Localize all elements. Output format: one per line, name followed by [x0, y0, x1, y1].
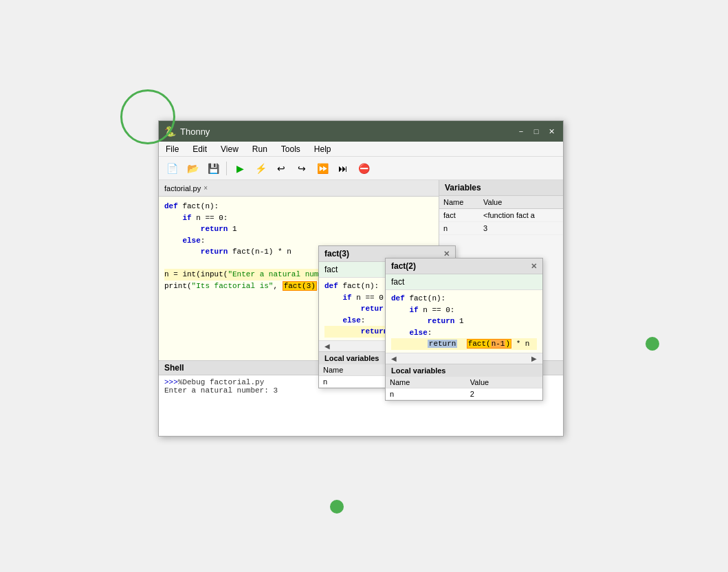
fact2-code-line-5: return fact(n-1) * n — [391, 338, 537, 350]
fact2-var-header-value: Value — [466, 377, 542, 388]
variables-table: Name Value fact <function fact a n 3 — [439, 196, 563, 235]
run-button[interactable]: ▶ — [231, 160, 249, 177]
title-bar: 🐍 Thonny − □ ✕ — [159, 121, 563, 142]
code-line-4: else: — [164, 235, 433, 247]
var-name-n: n — [439, 222, 479, 235]
fact2-code-line-3: return 1 — [391, 316, 537, 327]
file-tab[interactable]: factorial.py × — [159, 180, 439, 197]
menu-edit[interactable]: Edit — [188, 144, 211, 154]
fact2-var-row-n: n 2 — [386, 388, 542, 399]
fact2-local-vars: Local variables Name Value n 2 — [386, 364, 542, 400]
fact2-var-n-value: 2 — [466, 388, 542, 399]
variables-panel-title: Variables — [439, 180, 563, 196]
code-line-1: def fact(n): — [164, 201, 433, 212]
fact2-code-line-2: if n == 0: — [391, 305, 537, 316]
fact2-scroll-right[interactable]: ▶ — [531, 355, 537, 362]
step-into-button[interactable]: ↪ — [293, 160, 311, 177]
maximize-button[interactable]: □ — [530, 125, 542, 138]
stop-button[interactable]: ⛔ — [355, 160, 373, 177]
var-header-name: Name — [439, 196, 479, 209]
fact2-code-line-1: def fact(n): — [391, 293, 537, 305]
fact2-title-text: fact(2) — [391, 261, 416, 271]
shell-output-1: Enter a natural number: 3 — [164, 386, 278, 395]
fact2-code-line-4: else: — [391, 327, 537, 339]
window-title: Thonny — [180, 126, 515, 137]
window-controls: − □ ✕ — [515, 125, 558, 138]
close-button[interactable]: ✕ — [545, 125, 558, 138]
fact2-var-n-name: n — [386, 388, 466, 399]
step-over-button[interactable]: ↩ — [272, 160, 290, 177]
code-line-2: if n == 0: — [164, 212, 433, 224]
fact3-title-text: fact(3) — [324, 249, 349, 258]
green-circle-decoration — [120, 89, 175, 144]
fact2-code: def fact(n): if n == 0: return 1 else: r… — [386, 290, 542, 353]
fact2-local-title: Local variables — [386, 364, 542, 377]
fact2-scrollbar: ◀ ▶ — [386, 353, 542, 364]
toolbar-separator-1 — [226, 162, 227, 175]
step-out-button[interactable]: ⏩ — [313, 160, 331, 177]
shell-prompt-1: >>> — [164, 378, 178, 386]
green-dot-right-decoration — [646, 337, 659, 351]
fact2-var-header-name: Name — [386, 377, 466, 388]
fact3-var-n-name: n — [319, 375, 388, 387]
green-dot-bottom-decoration — [330, 500, 344, 514]
file-tab-close[interactable]: × — [203, 184, 208, 192]
fact2-popup-title: fact(2) ✕ — [386, 258, 542, 274]
menu-file[interactable]: File — [162, 144, 183, 154]
toolbar: 📄 📂 💾 ▶ ⚡ ↩ ↪ ⏩ ⏭ ⛔ — [159, 157, 563, 180]
open-file-button[interactable]: 📂 — [184, 160, 201, 177]
code-line-3: return 1 — [164, 223, 433, 235]
var-row-fact: fact <function fact a — [439, 209, 563, 222]
var-row-n: n 3 — [439, 222, 563, 235]
fact2-close-button[interactable]: ✕ — [531, 262, 537, 271]
fact2-scroll-left[interactable]: ◀ — [391, 355, 397, 362]
file-tab-name: factorial.py — [164, 184, 201, 192]
menu-view[interactable]: View — [217, 144, 243, 154]
shell-command-1: %Debug factorial.py — [178, 378, 264, 386]
fact2-var-table: Name Value n 2 — [386, 377, 542, 400]
menu-run[interactable]: Run — [248, 144, 272, 154]
menu-tools[interactable]: Tools — [277, 144, 305, 154]
save-file-button[interactable]: 💾 — [204, 160, 222, 177]
fact3-close-button[interactable]: ✕ — [443, 250, 450, 258]
var-value-fact: <function fact a — [479, 209, 563, 222]
resume-button[interactable]: ⏭ — [334, 160, 352, 177]
fact3-scroll-left[interactable]: ◀ — [324, 342, 330, 350]
menu-help[interactable]: Help — [310, 144, 335, 154]
var-value-n: 3 — [479, 222, 563, 235]
fact2-func-label: fact — [386, 274, 542, 290]
fact2-popup: fact(2) ✕ fact def fact(n): if n == 0: r… — [385, 258, 543, 401]
new-file-button[interactable]: 📄 — [163, 160, 181, 177]
menu-bar: File Edit View Run Tools Help — [159, 142, 563, 157]
var-header-value: Value — [479, 196, 563, 209]
minimize-button[interactable]: − — [515, 125, 527, 138]
var-name-fact: fact — [439, 209, 479, 222]
fact3-var-header-name: Name — [319, 364, 388, 376]
debug-button[interactable]: ⚡ — [252, 160, 269, 177]
